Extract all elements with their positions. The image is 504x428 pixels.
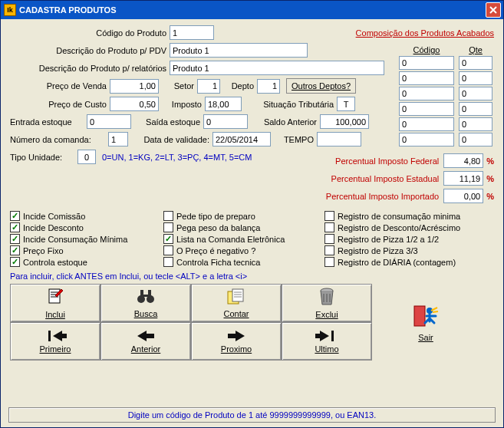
saida-estoque-input[interactable] xyxy=(203,114,248,129)
tipo-unidade-input[interactable] xyxy=(77,150,96,164)
comp-qte-input[interactable] xyxy=(459,56,492,70)
contar-label: Contar xyxy=(223,309,249,318)
trash-icon xyxy=(318,288,335,308)
label-preco-venda: Preço de Venda xyxy=(10,81,110,91)
checkbox-label: Incide Consumação Mínima xyxy=(23,235,127,244)
label-pct-importado: Percentual Imposto Importado xyxy=(285,192,439,201)
checkbox-o-pre-o-negativo[interactable]: O Preço é negativo ? xyxy=(163,245,317,255)
checkbox-box: ✓ xyxy=(10,211,20,221)
comp-row xyxy=(399,133,492,147)
checkbox-label: Controla estoque xyxy=(23,258,87,267)
checkbox-label: Registro de Desconto/Acréscimo xyxy=(338,223,460,232)
label-saldo-anterior: Saldo Anterior xyxy=(248,117,320,127)
close-icon xyxy=(489,5,498,15)
checkbox-incide-consuma-o-m-nima[interactable]: ✓Incide Consumação Mínima xyxy=(10,234,156,244)
proximo-button[interactable]: Proximo xyxy=(191,322,282,361)
checkbox-controla-ficha-tecnica[interactable]: Controla Ficha tecnica xyxy=(163,257,317,267)
comp-codigo-input[interactable] xyxy=(399,102,454,116)
checkbox-box: ✓ xyxy=(163,234,173,244)
exclui-button[interactable]: Exclui xyxy=(282,284,372,322)
checkbox-label: O Preço é negativo ? xyxy=(176,246,255,255)
link-composicao[interactable]: Composição dos Produtos Acabados xyxy=(356,28,494,38)
label-pct-estadual: Percentual Imposto Estadual xyxy=(285,174,439,183)
checkbox-pega-peso-da-balan-a[interactable]: Pega peso da balança xyxy=(163,222,317,232)
comp-codigo-input[interactable] xyxy=(399,133,454,147)
comp-codigo-input[interactable] xyxy=(399,56,454,70)
svg-rect-4 xyxy=(148,290,151,296)
outros-deptos-button[interactable]: Outros Deptos? xyxy=(286,78,356,94)
checkbox-box xyxy=(163,211,173,221)
pct-symbol: % xyxy=(483,174,494,183)
label-data-validade: Data de validade: xyxy=(128,135,212,144)
svg-rect-0 xyxy=(49,289,60,303)
pct-estadual-input[interactable] xyxy=(443,171,483,186)
depto-input[interactable] xyxy=(257,79,280,94)
comp-codigo-input[interactable] xyxy=(399,117,454,131)
comp-qte-input[interactable] xyxy=(459,87,492,100)
pct-federal-input[interactable] xyxy=(443,153,483,168)
anterior-button[interactable]: Anterior xyxy=(100,322,191,361)
checkbox-registro-de-desconto-acr-scimo[interactable]: Registro de Desconto/Acréscimo xyxy=(324,222,493,232)
data-validade-input[interactable] xyxy=(212,132,271,147)
label-tipo-unidade: Tipo Unidade: xyxy=(10,153,77,162)
preco-venda-input[interactable] xyxy=(110,79,159,94)
checkbox-box: ✓ xyxy=(10,257,20,267)
comp-codigo-input[interactable] xyxy=(399,87,454,100)
checkbox-incide-comiss-o[interactable]: ✓Incide Comissão xyxy=(10,211,156,221)
num-comanda-input[interactable] xyxy=(108,132,128,147)
contar-button[interactable]: Contar xyxy=(191,284,282,322)
checkbox-controla-estoque[interactable]: ✓Controla estoque xyxy=(10,257,156,267)
saldo-anterior-input[interactable] xyxy=(320,114,369,129)
checkbox-incide-desconto[interactable]: ✓Incide Desconto xyxy=(10,222,156,232)
checkbox-label: Lista na Comanda Eletrônica xyxy=(176,235,285,244)
label-sit-trib: Situação Tributária xyxy=(242,100,337,109)
sit-trib-input[interactable] xyxy=(337,97,355,111)
pct-symbol: % xyxy=(483,192,494,201)
entrada-estoque-input[interactable] xyxy=(87,114,131,129)
label-saida-estoque: Saída estoque xyxy=(131,117,203,127)
checkbox-lista-na-comanda-eletr-nica[interactable]: ✓Lista na Comanda Eletrônica xyxy=(163,234,317,244)
pct-symbol: % xyxy=(483,156,494,166)
label-entrada-estoque: Entrada estoque xyxy=(10,117,87,127)
codigo-input[interactable] xyxy=(170,25,214,40)
checkbox-registro-de-pizza-1-2-a-1-2[interactable]: Registro de Pizza 1/2 a 1/2 xyxy=(324,234,493,244)
checkbox-box: ✓ xyxy=(10,234,20,244)
busca-button[interactable]: Busca xyxy=(100,284,191,322)
checkbox-box xyxy=(324,257,334,267)
close-button[interactable] xyxy=(486,2,501,18)
imposto-input[interactable] xyxy=(205,97,242,111)
primeiro-button[interactable]: Primeiro xyxy=(10,322,100,361)
checkbox-pede-tipo-de-preparo[interactable]: Pede tipo de preparo xyxy=(163,211,317,221)
setor-input[interactable] xyxy=(197,79,220,94)
svg-rect-10 xyxy=(48,331,51,341)
inclui-button[interactable]: Inclui xyxy=(10,284,100,322)
checkbox-registro-de-consuma-o-minima[interactable]: Registro de consumação minima xyxy=(324,211,493,221)
checkbox-registro-de-pizza-3-3[interactable]: Registro de Pizza 3/3 xyxy=(324,245,493,255)
checkbox-box: ✓ xyxy=(10,245,20,255)
desc-pdv-input[interactable] xyxy=(170,43,308,58)
svg-rect-3 xyxy=(140,290,143,296)
comp-codigo-input[interactable] xyxy=(399,71,454,85)
preco-custo-input[interactable] xyxy=(110,97,159,111)
desc-rel-input[interactable] xyxy=(170,61,384,75)
ultimo-button[interactable]: Ultimo xyxy=(282,322,372,361)
sair-button[interactable]: Sair xyxy=(395,295,456,349)
window-title: CADASTRA PRODUTOS xyxy=(19,5,117,15)
proximo-label: Proximo xyxy=(221,344,252,354)
tempo-input[interactable] xyxy=(317,132,361,147)
checkbox-label: Controla Ficha tecnica xyxy=(176,258,260,267)
comp-qte-input[interactable] xyxy=(459,71,492,85)
checkbox-pre-o-fixo[interactable]: ✓Preço Fixo xyxy=(10,245,156,255)
checkbox-registro-de-di-ria-contagem[interactable]: Registro de DIÁRIA (contagem) xyxy=(324,257,493,267)
label-preco-custo: Preço de Custo xyxy=(10,100,110,109)
comp-qte-input[interactable] xyxy=(459,102,492,116)
svg-rect-7 xyxy=(232,289,243,301)
label-depto: Depto xyxy=(220,81,257,91)
comp-qte-input[interactable] xyxy=(459,117,492,131)
pct-importado-input[interactable] xyxy=(443,189,483,203)
svg-marker-11 xyxy=(137,331,154,341)
checkbox-label: Registro de Pizza 3/3 xyxy=(338,246,418,255)
checkbox-box xyxy=(324,211,334,221)
comp-qte-input[interactable] xyxy=(459,133,492,147)
label-num-comanda: Número da comanda: xyxy=(10,135,108,144)
